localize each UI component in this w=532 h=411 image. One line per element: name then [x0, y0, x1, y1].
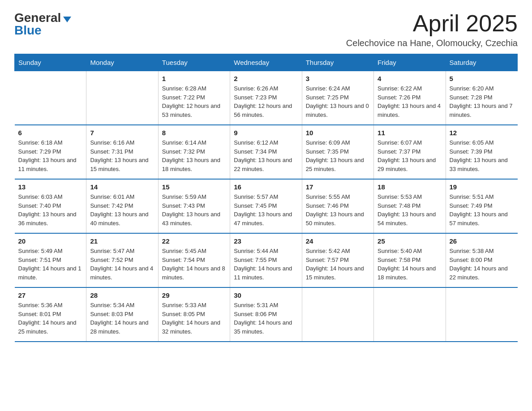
day-number: 22 — [162, 237, 226, 245]
calendar-cell: 21Sunrise: 5:47 AMSunset: 7:52 PMDayligh… — [86, 233, 158, 287]
calendar-cell: 1Sunrise: 6:28 AMSunset: 7:22 PMDaylight… — [158, 71, 230, 125]
column-header-sunday: Sunday — [15, 54, 86, 71]
calendar-cell: 9Sunrise: 6:12 AMSunset: 7:34 PMDaylight… — [230, 125, 302, 179]
day-number: 29 — [162, 291, 226, 299]
day-number: 2 — [234, 75, 298, 82]
day-info: Sunrise: 5:44 AMSunset: 7:55 PMDaylight:… — [234, 247, 298, 282]
calendar-week-3: 13Sunrise: 6:03 AMSunset: 7:40 PMDayligh… — [15, 179, 518, 233]
calendar-cell: 12Sunrise: 6:05 AMSunset: 7:39 PMDayligh… — [446, 125, 517, 179]
day-number: 25 — [378, 237, 442, 245]
day-info: Sunrise: 6:24 AMSunset: 7:25 PMDaylight:… — [306, 84, 370, 119]
day-number: 8 — [162, 129, 226, 137]
calendar-cell — [86, 71, 158, 125]
day-info: Sunrise: 6:28 AMSunset: 7:22 PMDaylight:… — [162, 84, 226, 119]
calendar-cell: 17Sunrise: 5:55 AMSunset: 7:46 PMDayligh… — [302, 179, 373, 233]
calendar-cell: 27Sunrise: 5:36 AMSunset: 8:01 PMDayligh… — [15, 287, 86, 342]
day-info: Sunrise: 5:40 AMSunset: 7:58 PMDaylight:… — [378, 247, 442, 282]
day-info: Sunrise: 5:31 AMSunset: 8:06 PMDaylight:… — [234, 301, 298, 336]
day-info: Sunrise: 5:49 AMSunset: 7:51 PMDaylight:… — [18, 247, 83, 282]
calendar-cell: 25Sunrise: 5:40 AMSunset: 7:58 PMDayligh… — [374, 233, 446, 287]
day-number: 11 — [378, 129, 442, 137]
calendar-cell: 5Sunrise: 6:20 AMSunset: 7:28 PMDaylight… — [446, 71, 517, 125]
day-number: 19 — [450, 183, 514, 191]
calendar-cell: 11Sunrise: 6:07 AMSunset: 7:37 PMDayligh… — [374, 125, 446, 179]
column-header-tuesday: Tuesday — [158, 54, 230, 71]
day-number: 15 — [162, 183, 226, 191]
day-number: 16 — [234, 183, 298, 191]
day-info: Sunrise: 5:33 AMSunset: 8:05 PMDaylight:… — [162, 301, 226, 336]
calendar-cell: 6Sunrise: 6:18 AMSunset: 7:29 PMDaylight… — [15, 125, 86, 179]
calendar-cell: 13Sunrise: 6:03 AMSunset: 7:40 PMDayligh… — [15, 179, 86, 233]
day-info: Sunrise: 6:14 AMSunset: 7:32 PMDaylight:… — [162, 138, 226, 173]
title-section: April 2025 Celechovice na Hane, Olomouck… — [346, 11, 518, 48]
day-number: 9 — [234, 129, 298, 137]
column-header-monday: Monday — [86, 54, 158, 71]
day-info: Sunrise: 6:20 AMSunset: 7:28 PMDaylight:… — [450, 84, 514, 119]
calendar-cell: 16Sunrise: 5:57 AMSunset: 7:45 PMDayligh… — [230, 179, 302, 233]
calendar-cell: 7Sunrise: 6:16 AMSunset: 7:31 PMDaylight… — [86, 125, 158, 179]
logo: General Blue — [14, 11, 71, 38]
month-title: April 2025 — [346, 11, 518, 36]
calendar-week-1: 1Sunrise: 6:28 AMSunset: 7:22 PMDaylight… — [15, 71, 518, 125]
day-info: Sunrise: 6:09 AMSunset: 7:35 PMDaylight:… — [306, 138, 370, 173]
column-header-saturday: Saturday — [446, 54, 517, 71]
day-info: Sunrise: 5:47 AMSunset: 7:52 PMDaylight:… — [90, 247, 154, 282]
day-number: 3 — [306, 75, 370, 82]
calendar-cell: 28Sunrise: 5:34 AMSunset: 8:03 PMDayligh… — [86, 287, 158, 342]
day-number: 30 — [234, 291, 298, 299]
calendar-cell: 26Sunrise: 5:38 AMSunset: 8:00 PMDayligh… — [446, 233, 517, 287]
day-number: 10 — [306, 129, 370, 137]
calendar-cell — [446, 287, 517, 342]
day-number: 20 — [18, 237, 83, 245]
day-number: 13 — [18, 183, 83, 191]
calendar-cell: 20Sunrise: 5:49 AMSunset: 7:51 PMDayligh… — [15, 233, 86, 287]
day-info: Sunrise: 5:51 AMSunset: 7:49 PMDaylight:… — [450, 193, 514, 227]
day-info: Sunrise: 6:07 AMSunset: 7:37 PMDaylight:… — [378, 138, 442, 173]
day-info: Sunrise: 6:26 AMSunset: 7:23 PMDaylight:… — [234, 84, 298, 119]
day-number: 4 — [378, 75, 442, 82]
calendar-cell — [15, 71, 86, 125]
day-number: 26 — [450, 237, 514, 245]
calendar-week-4: 20Sunrise: 5:49 AMSunset: 7:51 PMDayligh… — [15, 233, 518, 287]
calendar-body: 1Sunrise: 6:28 AMSunset: 7:22 PMDaylight… — [15, 71, 518, 342]
day-number: 12 — [450, 129, 514, 137]
day-number: 21 — [90, 237, 154, 245]
day-number: 7 — [90, 129, 154, 137]
day-info: Sunrise: 5:59 AMSunset: 7:43 PMDaylight:… — [162, 193, 226, 227]
day-info: Sunrise: 6:22 AMSunset: 7:26 PMDaylight:… — [378, 84, 442, 119]
calendar-week-5: 27Sunrise: 5:36 AMSunset: 8:01 PMDayligh… — [15, 287, 518, 342]
day-info: Sunrise: 5:36 AMSunset: 8:01 PMDaylight:… — [18, 301, 83, 336]
day-number: 18 — [378, 183, 442, 191]
calendar-week-2: 6Sunrise: 6:18 AMSunset: 7:29 PMDaylight… — [15, 125, 518, 179]
calendar-cell: 19Sunrise: 5:51 AMSunset: 7:49 PMDayligh… — [446, 179, 517, 233]
day-info: Sunrise: 6:18 AMSunset: 7:29 PMDaylight:… — [18, 138, 83, 173]
logo-blue-text: Blue — [14, 23, 42, 38]
day-info: Sunrise: 6:03 AMSunset: 7:40 PMDaylight:… — [18, 193, 83, 227]
logo-triangle-icon — [63, 17, 71, 22]
calendar-cell: 2Sunrise: 6:26 AMSunset: 7:23 PMDaylight… — [230, 71, 302, 125]
day-number: 1 — [162, 75, 226, 82]
day-info: Sunrise: 5:53 AMSunset: 7:48 PMDaylight:… — [378, 193, 442, 227]
day-number: 27 — [18, 291, 83, 299]
day-number: 28 — [90, 291, 154, 299]
day-number: 17 — [306, 183, 370, 191]
day-info: Sunrise: 6:05 AMSunset: 7:39 PMDaylight:… — [450, 138, 514, 173]
calendar-cell: 22Sunrise: 5:45 AMSunset: 7:54 PMDayligh… — [158, 233, 230, 287]
column-header-friday: Friday — [374, 54, 446, 71]
calendar-cell: 8Sunrise: 6:14 AMSunset: 7:32 PMDaylight… — [158, 125, 230, 179]
day-info: Sunrise: 5:57 AMSunset: 7:45 PMDaylight:… — [234, 193, 298, 227]
column-header-thursday: Thursday — [302, 54, 373, 71]
calendar-cell: 10Sunrise: 6:09 AMSunset: 7:35 PMDayligh… — [302, 125, 373, 179]
day-info: Sunrise: 6:12 AMSunset: 7:34 PMDaylight:… — [234, 138, 298, 173]
calendar-cell: 29Sunrise: 5:33 AMSunset: 8:05 PMDayligh… — [158, 287, 230, 342]
day-info: Sunrise: 5:55 AMSunset: 7:46 PMDaylight:… — [306, 193, 370, 227]
day-info: Sunrise: 5:45 AMSunset: 7:54 PMDaylight:… — [162, 247, 226, 282]
calendar-cell: 23Sunrise: 5:44 AMSunset: 7:55 PMDayligh… — [230, 233, 302, 287]
calendar-cell: 18Sunrise: 5:53 AMSunset: 7:48 PMDayligh… — [374, 179, 446, 233]
calendar-cell: 14Sunrise: 6:01 AMSunset: 7:42 PMDayligh… — [86, 179, 158, 233]
day-info: Sunrise: 6:16 AMSunset: 7:31 PMDaylight:… — [90, 138, 154, 173]
calendar-cell: 3Sunrise: 6:24 AMSunset: 7:25 PMDaylight… — [302, 71, 373, 125]
day-number: 14 — [90, 183, 154, 191]
calendar-cell — [302, 287, 373, 342]
day-number: 23 — [234, 237, 298, 245]
